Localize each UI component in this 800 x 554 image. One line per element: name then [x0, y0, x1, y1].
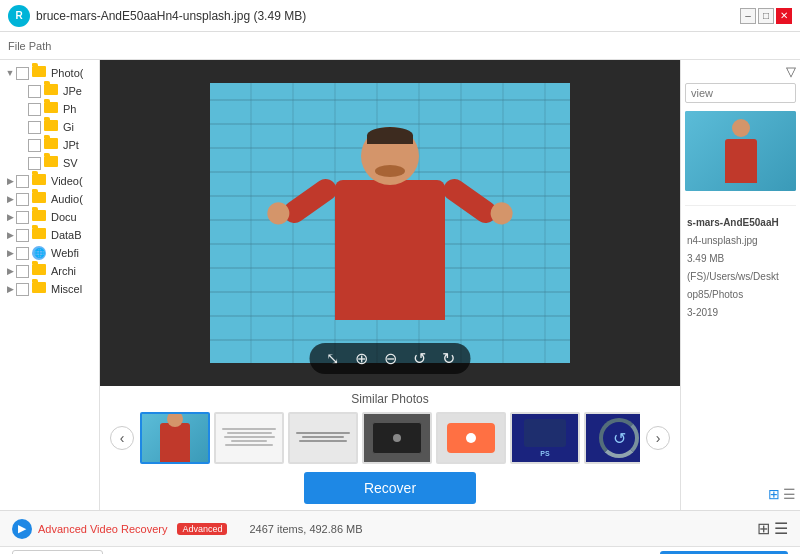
minimize-button[interactable]: –	[740, 8, 756, 24]
tree-item-jpe[interactable]: JPe	[0, 82, 99, 100]
tree-item-archive[interactable]: ▶ Archi	[0, 262, 99, 280]
center-panel: ⤡ ⊕ ⊖ ↺ ↻ Similar Photos ‹	[100, 60, 680, 510]
expand-icon[interactable]: ▼	[4, 68, 16, 78]
right-thumb-body	[725, 139, 757, 183]
filter-icon[interactable]: ▽	[786, 64, 796, 79]
tree-label: Docu	[51, 211, 77, 223]
folder-icon	[32, 264, 46, 275]
rotate-left-icon[interactable]: ↺	[413, 349, 426, 368]
tree-checkbox[interactable]	[16, 229, 29, 242]
filename-ext-row: n4-unsplash.jpg	[687, 234, 794, 248]
tree-checkbox[interactable]	[28, 157, 41, 170]
tree-checkbox[interactable]	[28, 103, 41, 116]
tree-label: SV	[63, 157, 78, 169]
tree-checkbox[interactable]	[28, 85, 41, 98]
close-button[interactable]: ✕	[776, 8, 792, 24]
similar-row: ‹	[100, 412, 680, 464]
folder-icon	[44, 102, 58, 113]
ps-shape	[524, 419, 566, 447]
main-body: ▼ Photo( JPe Ph Gi	[0, 60, 800, 510]
search-input[interactable]	[685, 83, 796, 103]
back-button[interactable]: Back	[12, 550, 103, 554]
similar-thumb-6[interactable]: PS	[510, 412, 580, 464]
adv-video-section: ▶ Advanced Video Recovery Advanced	[12, 519, 227, 539]
view-controls: ⊞ ☰	[757, 519, 788, 538]
window-title: bruce-mars-AndE50aaHn4-unsplash.jpg (3.4…	[36, 9, 740, 23]
folder-icon	[32, 192, 46, 203]
thumb-image: PS	[512, 414, 578, 462]
grid-view-icon[interactable]: ⊞	[768, 486, 780, 502]
expand-icon[interactable]: ▶	[4, 176, 16, 186]
ps-text: PS	[540, 450, 549, 457]
tree-item-jpt[interactable]: JPt	[0, 136, 99, 154]
right-info-panel: ▽ s-mars-AndE50aaH n4-unsplash.jpg 3.49 …	[680, 60, 800, 510]
file-tree-sidebar: ▼ Photo( JPe Ph Gi	[0, 60, 100, 510]
tree-checkbox[interactable]	[28, 139, 41, 152]
next-similar-button[interactable]: ›	[646, 426, 670, 450]
path-row: (FS)/Users/ws/Deskt	[687, 270, 794, 284]
tree-label: Photo(	[51, 67, 83, 79]
tree-item-misc[interactable]: ▶ Miscel	[0, 280, 99, 298]
filepath-label: File Path	[8, 40, 51, 52]
similar-thumb-5[interactable]	[436, 412, 506, 464]
prev-similar-button[interactable]: ‹	[110, 426, 134, 450]
tree-label: JPt	[63, 139, 79, 151]
rotate-right-icon[interactable]: ↻	[442, 349, 455, 368]
similar-thumb-4[interactable]	[362, 412, 432, 464]
expand-icon[interactable]: ▶	[4, 212, 16, 222]
file-size: 3.49 MB	[687, 253, 724, 264]
tree-item-doc[interactable]: ▶ Docu	[0, 208, 99, 226]
list-view-button[interactable]: ☰	[774, 519, 788, 538]
divider	[685, 205, 796, 206]
grid-view-button[interactable]: ⊞	[757, 519, 770, 538]
folder-icon	[44, 156, 58, 167]
thumb-person	[160, 423, 190, 463]
folder-icon	[32, 282, 46, 293]
folder-icon	[44, 84, 58, 95]
right-thumb-head	[732, 119, 750, 137]
zoom-in-icon[interactable]: ⊕	[355, 349, 368, 368]
tree-item-gi[interactable]: Gi	[0, 118, 99, 136]
image-controls: ⤡ ⊕ ⊖ ↺ ↻	[310, 343, 471, 374]
tree-item-sv[interactable]: SV	[0, 154, 99, 172]
maximize-button[interactable]: □	[758, 8, 774, 24]
expand-icon[interactable]: ▶	[4, 248, 16, 258]
tree-checkbox[interactable]	[16, 265, 29, 278]
expand-icon[interactable]: ▶	[4, 194, 16, 204]
recover-center-button[interactable]: Recover	[304, 472, 476, 504]
expand-icon[interactable]: ▶	[4, 230, 16, 240]
tree-checkbox[interactable]	[16, 193, 29, 206]
tree-item-web[interactable]: ▶ 🌐 Webfi	[0, 244, 99, 262]
tree-checkbox[interactable]	[28, 121, 41, 134]
adv-video-label[interactable]: Advanced Video Recovery	[38, 523, 167, 535]
zoom-out-icon[interactable]: ⊖	[384, 349, 397, 368]
tree-item-photos[interactable]: ▼ Photo(	[0, 64, 99, 82]
similar-thumb-1[interactable]	[140, 412, 210, 464]
similar-thumb-3[interactable]	[288, 412, 358, 464]
list-view-icon[interactable]: ☰	[783, 486, 796, 502]
tree-item-video[interactable]: ▶ Video(	[0, 172, 99, 190]
folder-icon	[44, 120, 58, 131]
tree-checkbox[interactable]	[16, 175, 29, 188]
tree-checkbox[interactable]	[16, 247, 29, 260]
bottombar: ▶ Advanced Video Recovery Advanced 2467 …	[0, 510, 800, 546]
tree-checkbox[interactable]	[16, 211, 29, 224]
size-row: 3.49 MB	[687, 252, 794, 266]
tree-item-ph[interactable]: Ph	[0, 100, 99, 118]
thumb-image	[216, 414, 282, 462]
similar-thumb-2[interactable]	[214, 412, 284, 464]
fullscreen-icon[interactable]: ⤡	[326, 349, 339, 368]
filter-row: ▽	[685, 64, 796, 79]
expand-icon[interactable]: ▶	[4, 266, 16, 276]
tree-checkbox[interactable]	[16, 283, 29, 296]
tree-item-db[interactable]: ▶ DataB	[0, 226, 99, 244]
tree-item-audio[interactable]: ▶ Audio(	[0, 190, 99, 208]
file-info: s-mars-AndE50aaH n4-unsplash.jpg 3.49 MB…	[685, 212, 796, 328]
date-row: 3-2019	[687, 306, 794, 320]
similar-thumb-7[interactable]: ↺	[584, 412, 640, 464]
tree-checkbox[interactable]	[16, 67, 29, 80]
tree-label: Ph	[63, 103, 76, 115]
adv-badge: Advanced	[177, 523, 227, 535]
expand-icon[interactable]: ▶	[4, 284, 16, 294]
right-thumb-person	[725, 119, 757, 183]
